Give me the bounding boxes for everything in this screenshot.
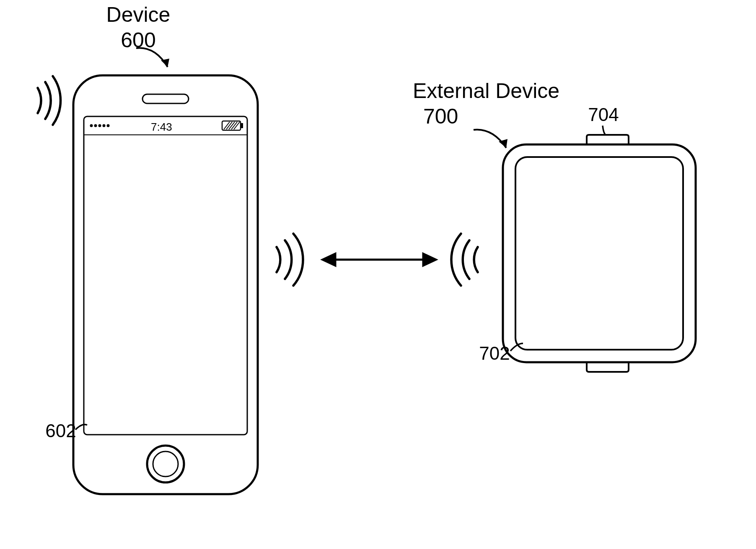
svg-line-15: [229, 122, 235, 129]
external-screen-ref: 702: [469, 343, 520, 363]
svg-line-14: [226, 122, 232, 129]
device-label-group: Device 600: [84, 3, 193, 52]
svg-rect-0: [73, 75, 258, 494]
wireless-icon-watch-left: [451, 234, 478, 286]
external-button-ref: 704: [578, 105, 629, 125]
svg-line-16: [231, 122, 237, 129]
svg-point-8: [98, 124, 101, 127]
device-label: Device: [106, 3, 171, 26]
svg-rect-19: [515, 157, 683, 350]
svg-marker-23: [161, 59, 169, 67]
device-ref: 600: [84, 29, 193, 52]
two-way-arrow: [323, 254, 436, 265]
svg-marker-21: [323, 254, 335, 265]
svg-point-10: [107, 124, 110, 127]
svg-rect-12: [241, 123, 243, 128]
svg-rect-18: [503, 144, 696, 362]
svg-rect-11: [222, 121, 241, 130]
device-screen-ref: 602: [36, 421, 86, 441]
svg-line-17: [234, 122, 240, 129]
svg-marker-24: [499, 139, 507, 148]
leader-704: [603, 126, 606, 135]
battery-icon: [222, 121, 243, 130]
status-bar-time: 7:43: [151, 121, 172, 134]
leader-700: [474, 130, 507, 148]
svg-point-6: [90, 124, 93, 127]
svg-rect-1: [84, 116, 247, 435]
external-device-label: External Device: [413, 79, 559, 103]
patent-figure: Device 600 External Device 700 704 702 6…: [0, 0, 756, 549]
svg-point-7: [94, 124, 97, 127]
external-device-ref: 700: [402, 105, 570, 128]
svg-line-13: [224, 122, 230, 129]
svg-marker-22: [423, 254, 436, 265]
wireless-icon-top-left: [38, 76, 61, 125]
svg-point-5: [153, 451, 178, 477]
svg-rect-3: [142, 94, 189, 103]
svg-point-9: [103, 124, 106, 127]
phone-device: [73, 75, 258, 494]
diagram-svg: [0, 0, 756, 549]
svg-point-4: [147, 446, 184, 482]
wireless-icon-phone-right: [277, 234, 303, 286]
external-device: [503, 135, 696, 372]
status-signal-dots: [90, 124, 110, 127]
external-device-label-group: External Device 700: [402, 80, 570, 128]
